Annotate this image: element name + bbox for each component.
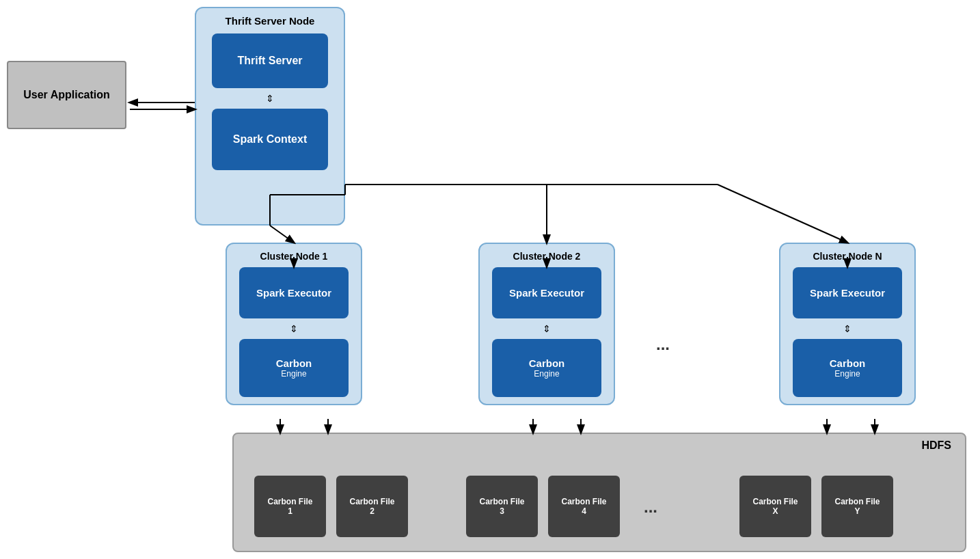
thrift-spark-arrow: ⇕	[266, 88, 274, 109]
arrow-2: ⇕	[543, 318, 551, 339]
cluster-node-1: Cluster Node 1 Spark Executor ⇕ Carbon E…	[226, 243, 362, 405]
hdfs-dots: ...	[644, 497, 657, 517]
thrift-server-node: Thrift Server Node Thrift Server ⇕ Spark…	[195, 7, 345, 226]
cluster-dots: ...	[656, 335, 670, 354]
spark-context-box: Spark Context	[212, 109, 328, 170]
hdfs-label: HDFS	[921, 439, 951, 452]
spark-executor-n: Spark Executor	[793, 267, 902, 318]
cluster-node-1-label: Cluster Node 1	[260, 251, 328, 262]
svg-line-2	[270, 226, 294, 243]
arrow-1: ⇕	[290, 318, 298, 339]
carbon-file-x: Carbon File X	[739, 476, 811, 537]
carbon-engine-1: Carbon Engine	[239, 339, 349, 397]
carbon-file-2: Carbon File 2	[336, 476, 408, 537]
cluster-node-2: Cluster Node 2 Spark Executor ⇕ Carbon E…	[478, 243, 615, 405]
carbon-file-y: Carbon File Y	[821, 476, 893, 537]
carbon-file-3: Carbon File 3	[466, 476, 538, 537]
user-application-box: User Application	[7, 61, 126, 129]
cluster-node-n-label: Cluster Node N	[813, 251, 882, 262]
cluster-node-2-label: Cluster Node 2	[513, 251, 581, 262]
spark-executor-2: Spark Executor	[492, 267, 601, 318]
thrift-server-box: Thrift Server	[212, 33, 328, 88]
carbon-file-1: Carbon File 1	[254, 476, 326, 537]
thrift-server-node-label: Thrift Server Node	[226, 15, 315, 27]
arrow-n: ⇕	[843, 318, 852, 339]
user-application-label: User Application	[23, 89, 110, 101]
diagram: User Application Thrift Server Node Thri…	[0, 0, 980, 559]
carbon-engine-2: Carbon Engine	[492, 339, 601, 397]
hdfs-container: HDFS Carbon File 1 Carbon File 2 Carbon …	[232, 433, 966, 552]
cluster-node-n: Cluster Node N Spark Executor ⇕ Carbon E…	[779, 243, 916, 405]
carbon-file-4: Carbon File 4	[548, 476, 620, 537]
svg-line-5	[718, 185, 847, 243]
spark-executor-1: Spark Executor	[239, 267, 349, 318]
carbon-engine-n: Carbon Engine	[793, 339, 902, 397]
